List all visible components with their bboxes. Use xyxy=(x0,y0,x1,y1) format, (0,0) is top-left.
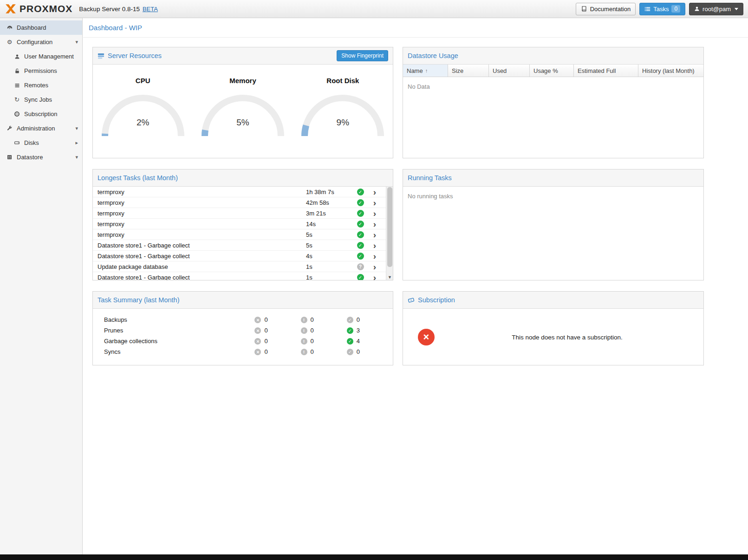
subscription-body: × This node does not have a subscription… xyxy=(403,309,703,365)
task-name: termproxy xyxy=(93,231,306,238)
task-summary-body: Backups 0 0 0 Prunes 0 0 3 Garbage colle… xyxy=(93,309,393,357)
dashboard-icon xyxy=(6,25,13,31)
show-fingerprint-button[interactable]: Show Fingerprint xyxy=(337,50,388,61)
chevron-down-icon[interactable]: ▾ xyxy=(75,39,78,45)
sidebar-item-user-management[interactable]: User Management xyxy=(0,49,82,64)
sidebar: Dashboard ⚙ Configuration ▾ User Managem… xyxy=(0,18,83,554)
ok-count-icon xyxy=(347,327,353,334)
server-resources-panel: Server Resources Show Fingerprint CPU 2%… xyxy=(92,47,393,158)
chevron-right-icon[interactable]: › xyxy=(373,252,376,260)
task-row[interactable]: Datastore store1 - Garbage collect 1s › xyxy=(93,272,393,280)
task-row[interactable]: termproxy 14s › xyxy=(93,219,393,229)
disk-icon xyxy=(13,140,21,146)
vertical-scrollbar[interactable]: ▼ xyxy=(386,187,393,280)
task-row[interactable]: termproxy 42m 58s › xyxy=(93,197,393,208)
sidebar-item-dashboard[interactable]: Dashboard xyxy=(0,20,82,35)
task-row[interactable]: termproxy 5s › xyxy=(93,229,393,240)
page-title: Dashboard - WIP xyxy=(89,24,142,32)
task-duration: 14s xyxy=(306,221,352,228)
gauges-row: CPU 2% Memory 5% xyxy=(93,65,393,138)
proxmox-logo: PROXMOX xyxy=(5,3,72,15)
status-ok-icon xyxy=(357,210,364,217)
sidebar-item-datastore[interactable]: Datastore ▾ xyxy=(0,150,82,164)
status-ok-icon xyxy=(357,253,364,260)
beta-link[interactable]: BETA xyxy=(143,6,158,13)
status-ok-icon xyxy=(357,199,364,206)
task-row[interactable]: termproxy 1h 38m 7s › xyxy=(93,187,393,197)
task-row[interactable]: Update package database 1s › xyxy=(93,261,393,272)
panel-title: Task Summary (last Month) xyxy=(98,296,179,304)
sidebar-item-permissions[interactable]: Permissions xyxy=(0,64,82,78)
gear-icon: ⚙ xyxy=(6,39,13,46)
chevron-right-icon[interactable]: › xyxy=(373,230,376,239)
task-row[interactable]: Datastore store1 - Garbage collect 5s › xyxy=(93,240,393,251)
chevron-down-icon[interactable]: ▾ xyxy=(75,154,78,160)
chevron-right-icon[interactable]: › xyxy=(373,273,376,280)
column-header-estimated-full[interactable]: Estimated Full xyxy=(574,65,638,77)
tasks-button[interactable]: Tasks 0 xyxy=(639,3,685,15)
tasks-count-badge: 0 xyxy=(671,5,680,13)
warning-count-icon xyxy=(301,349,307,355)
scrollbar-thumb[interactable] xyxy=(387,187,392,267)
chevron-right-icon[interactable]: › xyxy=(373,262,376,271)
error-count-icon xyxy=(254,327,261,334)
bottom-edge-bar xyxy=(0,554,748,560)
documentation-button[interactable]: Documentation xyxy=(576,3,636,15)
status-ok-icon xyxy=(357,221,364,228)
scrollbar-down-arrow[interactable]: ▼ xyxy=(386,275,393,280)
chevron-right-icon[interactable]: › xyxy=(373,220,376,228)
chevron-right-icon[interactable]: › xyxy=(373,241,376,250)
task-name: termproxy xyxy=(93,199,306,206)
sync-icon: ↻ xyxy=(13,96,21,103)
column-header-used[interactable]: Used xyxy=(489,65,530,77)
chevron-right-icon[interactable]: ▸ xyxy=(75,140,78,146)
longest-tasks-panel: Longest Tasks (last Month) termproxy 1h … xyxy=(92,169,393,280)
warning-count: 0 xyxy=(311,327,314,334)
memory-gauge: Memory 5% xyxy=(193,77,293,138)
gauge-arc xyxy=(99,92,187,138)
status-ok-icon xyxy=(357,274,364,280)
sidebar-item-administration[interactable]: Administration ▾ xyxy=(0,121,82,136)
sidebar-item-sync-jobs[interactable]: ↻ Sync Jobs xyxy=(0,92,82,107)
panel-title: Longest Tasks (last Month) xyxy=(98,174,178,182)
sidebar-item-remotes[interactable]: Remotes xyxy=(0,78,82,92)
task-duration: 5s xyxy=(306,231,352,238)
summary-row-syncs: Syncs 0 0 0 xyxy=(93,346,393,357)
task-name: Datastore store1 - Garbage collect xyxy=(93,242,306,249)
gauge-value: 2% xyxy=(99,117,187,128)
user-menu-button[interactable]: root@pam xyxy=(689,3,743,15)
chevron-down-icon[interactable]: ▾ xyxy=(75,125,78,131)
documentation-label: Documentation xyxy=(590,6,631,13)
ticket-icon xyxy=(408,297,415,304)
sidebar-item-label: Configuration xyxy=(17,39,52,46)
empty-state-text: No running tasks xyxy=(403,187,703,206)
main-content: Dashboard - WIP Server Resources Show Fi… xyxy=(83,18,748,554)
status-ok-icon xyxy=(357,189,364,195)
column-header-name[interactable]: Name↑ xyxy=(403,65,448,77)
wrench-icon xyxy=(6,125,13,131)
gauge-label: CPU xyxy=(93,77,193,85)
column-header-usage-pct[interactable]: Usage % xyxy=(530,65,574,77)
task-row[interactable]: Datastore store1 - Garbage collect 4s › xyxy=(93,251,393,261)
sidebar-item-subscription[interactable]: Subscription xyxy=(0,107,82,121)
status-ok-icon xyxy=(357,231,364,238)
proxmox-x-icon xyxy=(5,3,17,15)
chevron-right-icon[interactable]: › xyxy=(373,198,376,207)
error-count: 0 xyxy=(264,348,267,355)
product-version: Backup Server 0.8-15 xyxy=(79,6,140,13)
panel-title: Subscription xyxy=(418,296,455,304)
chevron-right-icon[interactable]: › xyxy=(373,209,376,218)
task-row[interactable]: termproxy 3m 21s › xyxy=(93,208,393,219)
sidebar-item-configuration[interactable]: ⚙ Configuration ▾ xyxy=(0,35,82,49)
task-name: termproxy xyxy=(93,189,306,195)
error-count: 0 xyxy=(264,327,267,334)
summary-label: Garbage collections xyxy=(104,338,254,345)
task-name: Datastore store1 - Garbage collect xyxy=(93,274,306,280)
tasks-label: Tasks xyxy=(653,6,669,13)
task-list: termproxy 1h 38m 7s › termproxy 42m 58s … xyxy=(93,187,393,280)
column-header-size[interactable]: Size xyxy=(448,65,489,77)
summary-label: Backups xyxy=(104,316,254,323)
chevron-right-icon[interactable]: › xyxy=(373,188,376,196)
sidebar-item-disks[interactable]: Disks ▸ xyxy=(0,136,82,150)
column-header-history[interactable]: History (last Month) xyxy=(638,65,703,77)
